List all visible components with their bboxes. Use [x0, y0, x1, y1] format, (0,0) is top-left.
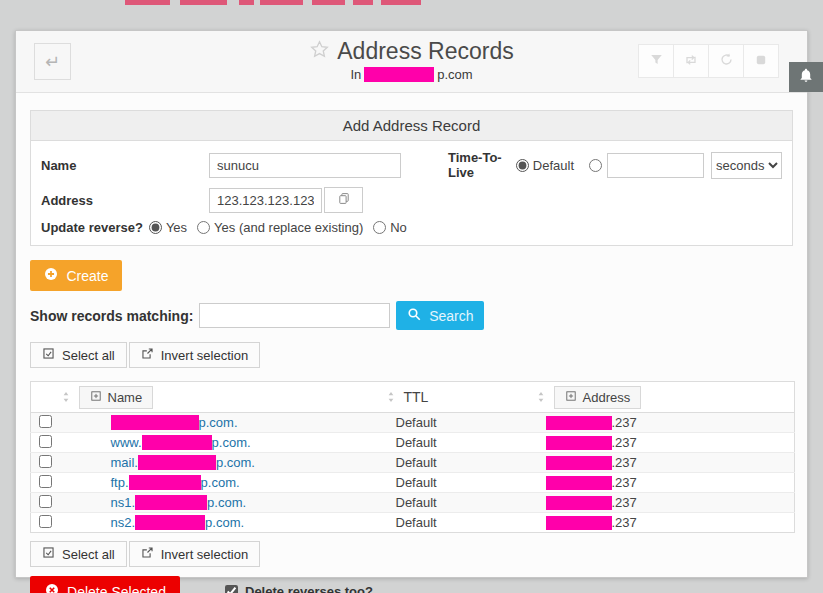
panel-body: Name Time-To-Live Default seconds Add: [31, 141, 792, 245]
page-title: Address Records: [337, 38, 513, 65]
update-reverse-replace-option[interactable]: Yes (and replace existing): [197, 220, 363, 235]
redacted-name: [129, 475, 201, 490]
search-label: Search: [429, 308, 473, 324]
ttl-unit-select[interactable]: seconds: [711, 152, 782, 179]
search-icon: [407, 307, 422, 325]
sort-address-icon[interactable]: [536, 390, 546, 404]
copy-icon: [337, 191, 351, 209]
update-reverse-row: Update reverse? Yes Yes (and replace exi…: [41, 220, 782, 235]
star-icon[interactable]: [309, 39, 330, 64]
record-ttl: Default: [386, 493, 536, 513]
row-checkbox[interactable]: [39, 515, 52, 528]
delete-row: Delete Selected Delete reverses too?: [30, 576, 793, 593]
redacted-address: [546, 496, 612, 510]
record-ttl: Default: [386, 413, 536, 433]
retweet-button[interactable]: [673, 44, 709, 78]
stop-button[interactable]: [743, 44, 779, 78]
ttl-value-input[interactable]: [607, 153, 704, 178]
record-name-suffix: p.com.: [207, 495, 246, 510]
ttl-custom-radio[interactable]: [589, 159, 602, 172]
record-address-suffix: .237: [612, 515, 637, 530]
update-reverse-yes-option[interactable]: Yes: [149, 220, 187, 235]
address-input[interactable]: [209, 188, 322, 213]
ttl-group: Time-To-Live Default seconds: [448, 150, 782, 180]
show-matching-label: Show records matching:: [30, 308, 193, 324]
redaction-block: [239, 0, 254, 5]
update-reverse-no-option[interactable]: No: [373, 220, 407, 235]
update-reverse-no-radio[interactable]: [373, 221, 386, 234]
filter-button[interactable]: [638, 44, 674, 78]
invert-selection-button[interactable]: Invert selection: [129, 541, 260, 567]
delete-selected-button[interactable]: Delete Selected: [30, 576, 180, 593]
invert-selection-button[interactable]: Invert selection: [129, 342, 260, 368]
records-table: Name TTL: [30, 381, 795, 533]
record-name-prefix: ftp.: [111, 475, 129, 490]
column-name-button[interactable]: Name: [79, 386, 154, 409]
add-record-panel: Add Address Record Name Time-To-Live Def…: [30, 110, 793, 246]
select-all-label: Select all: [62, 348, 115, 363]
redacted-name: [135, 495, 207, 510]
record-link[interactable]: ns1.p.com.: [111, 495, 247, 510]
back-button[interactable]: ↵: [34, 43, 71, 80]
address-label: Address: [41, 193, 209, 208]
record-link[interactable]: ns2.p.com.: [111, 515, 245, 530]
notifications-button[interactable]: [789, 62, 823, 92]
record-link[interactable]: p.com.: [111, 415, 238, 430]
redacted-address: [546, 476, 612, 490]
return-arrow-icon: ↵: [45, 51, 60, 73]
plus-square-icon: [565, 390, 577, 405]
panel-title: Add Address Record: [31, 111, 792, 141]
share-square-icon: [141, 546, 154, 562]
redaction-block: [260, 0, 303, 5]
name-label: Name: [41, 158, 209, 173]
share-square-icon: [141, 347, 154, 363]
delete-reverses-option[interactable]: Delete reverses too?: [225, 584, 373, 593]
column-address-label: Address: [583, 390, 631, 405]
row-checkbox[interactable]: [39, 455, 52, 468]
delete-reverses-checkbox[interactable]: [225, 585, 238, 593]
paste-ip-button[interactable]: [324, 187, 363, 213]
row-checkbox[interactable]: [39, 475, 52, 488]
record-address-suffix: .237: [612, 495, 637, 510]
invert-selection-label: Invert selection: [161, 348, 248, 363]
record-link[interactable]: www.p.com.: [111, 435, 251, 450]
column-name-label: Name: [108, 390, 143, 405]
update-reverse-replace-radio[interactable]: [197, 221, 210, 234]
plus-circle-icon: [43, 266, 59, 285]
ttl-default-option[interactable]: Default: [516, 158, 574, 173]
update-reverse-yes-label: Yes: [166, 220, 187, 235]
redaction-block: [353, 0, 373, 5]
row-checkbox[interactable]: [39, 415, 52, 428]
row-checkbox[interactable]: [39, 435, 52, 448]
select-all-button[interactable]: Select all: [30, 342, 127, 368]
update-reverse-yes-radio[interactable]: [149, 221, 162, 234]
sort-ttl-icon[interactable]: [386, 390, 396, 404]
table-row: ns2.p.com. Default .237: [31, 513, 795, 533]
row-checkbox[interactable]: [39, 495, 52, 508]
record-ttl: Default: [386, 513, 536, 533]
refresh-button[interactable]: [708, 44, 744, 78]
select-all-button[interactable]: Select all: [30, 541, 127, 567]
create-label: Create: [66, 268, 108, 284]
record-ttl: Default: [386, 473, 536, 493]
redacted-address: [546, 416, 612, 430]
record-name-suffix: p.com.: [212, 435, 251, 450]
sort-name-icon[interactable]: [61, 390, 71, 404]
header-toolbar: [639, 44, 779, 78]
search-input[interactable]: [199, 303, 390, 328]
ttl-label: Time-To-Live: [448, 150, 505, 180]
record-link[interactable]: ftp.p.com.: [111, 475, 240, 490]
ttl-default-radio[interactable]: [516, 159, 529, 172]
record-name-suffix: p.com.: [216, 455, 255, 470]
record-ttl: Default: [386, 433, 536, 453]
header-checkbox-cell: [31, 382, 61, 413]
record-link[interactable]: mail.p.com.: [111, 455, 255, 470]
name-input[interactable]: [209, 153, 401, 178]
search-button[interactable]: Search: [396, 301, 484, 330]
plus-square-icon: [90, 390, 102, 405]
column-address-button[interactable]: Address: [554, 386, 642, 409]
x-circle-icon: [44, 582, 60, 593]
address-records-page: ↵ Address Records In p.com: [15, 30, 808, 578]
create-button[interactable]: Create: [30, 260, 122, 291]
page-header: ↵ Address Records In p.com: [16, 31, 807, 93]
